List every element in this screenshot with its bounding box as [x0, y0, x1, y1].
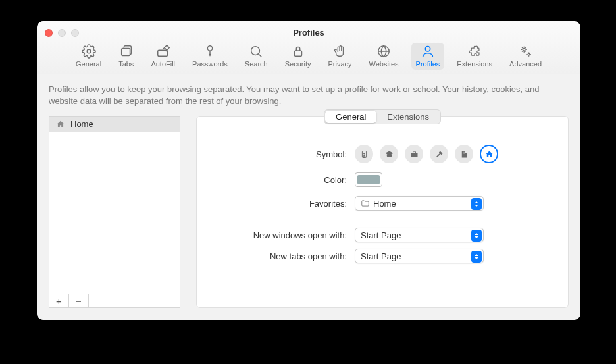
window-controls	[45, 29, 79, 37]
briefcase-icon	[409, 149, 419, 159]
new-windows-value: Start Page	[361, 230, 401, 240]
toolbar-label: Profiles	[416, 60, 440, 68]
gear-icon	[82, 44, 96, 59]
svg-rect-12	[411, 153, 417, 157]
tab-extensions[interactable]: Extensions	[376, 111, 440, 123]
toolbar-label: Extensions	[457, 60, 492, 68]
symbol-building[interactable]	[455, 145, 473, 163]
toolbar-tabs[interactable]: Tabs	[114, 43, 138, 70]
description-text: Profiles allow you to keep your browsing…	[49, 84, 569, 107]
remove-profile-button[interactable]: −	[69, 294, 89, 307]
key-icon	[203, 44, 217, 59]
toolbar-label: Search	[245, 60, 268, 68]
content-area: Profiles allow you to keep your browsing…	[37, 74, 580, 320]
gears-icon	[519, 44, 533, 59]
toolbar-profiles[interactable]: Profiles	[411, 43, 445, 70]
symbol-house[interactable]	[480, 145, 498, 163]
stepper-icon	[471, 198, 482, 210]
new-tabs-value: Start Page	[361, 251, 401, 261]
close-window-button[interactable]	[45, 29, 53, 37]
add-profile-button[interactable]: +	[49, 294, 69, 307]
new-tabs-select[interactable]: Start Page	[355, 249, 484, 263]
svg-point-3	[207, 46, 212, 51]
hand-icon	[333, 44, 347, 59]
toolbar-label: Privacy	[328, 60, 351, 68]
toolbar-passwords[interactable]: Passwords	[188, 43, 232, 70]
preferences-toolbar: General Tabs AutoFill Passwords Search S…	[37, 43, 580, 70]
new-windows-label: New windows open with:	[209, 230, 355, 240]
svg-point-4	[251, 47, 260, 55]
hammer-icon	[434, 149, 444, 159]
svg-rect-15	[463, 151, 463, 152]
symbol-picker	[355, 145, 498, 163]
svg-point-8	[523, 48, 525, 51]
svg-rect-1	[121, 48, 130, 55]
profile-row-home[interactable]: Home	[49, 117, 180, 132]
id-card-icon	[359, 149, 369, 159]
symbol-id-card[interactable]	[355, 145, 373, 163]
tab-general[interactable]: General	[325, 111, 376, 123]
profiles-list-footer: + −	[49, 294, 180, 307]
favorites-select[interactable]: Home	[355, 196, 484, 211]
toolbar-label: Websites	[369, 60, 399, 68]
symbol-graduation[interactable]	[380, 145, 398, 163]
titlebar: Profiles General Tabs AutoFill Passwords…	[37, 21, 580, 74]
building-icon	[459, 149, 469, 159]
toolbar-label: Tabs	[118, 60, 134, 68]
person-icon	[421, 44, 435, 59]
toolbar-label: AutoFill	[151, 60, 175, 68]
pane-tabs: General Extensions	[209, 109, 556, 124]
preferences-window: Profiles General Tabs AutoFill Passwords…	[37, 21, 580, 320]
toolbar-privacy[interactable]: Privacy	[323, 43, 356, 70]
tabs-icon	[119, 44, 134, 59]
new-tabs-label: New tabs open with:	[209, 251, 355, 261]
toolbar-autofill[interactable]: AutoFill	[146, 43, 180, 70]
graduation-icon	[384, 149, 394, 159]
window-title: Profiles	[37, 21, 580, 38]
toolbar-security[interactable]: Security	[280, 43, 316, 70]
color-well[interactable]	[355, 172, 382, 187]
favorites-value: Home	[373, 199, 396, 209]
svg-rect-18	[463, 153, 464, 153]
color-label: Color:	[209, 175, 355, 185]
new-windows-select[interactable]: Start Page	[355, 228, 484, 242]
symbol-briefcase[interactable]	[405, 145, 423, 163]
svg-point-9	[528, 53, 530, 55]
globe-icon	[376, 44, 391, 59]
favorites-label: Favorites:	[209, 199, 355, 209]
toolbar-label: General	[76, 60, 101, 68]
svg-rect-5	[294, 51, 301, 56]
color-swatch	[357, 175, 380, 184]
folder-icon	[361, 199, 370, 208]
symbol-hammer[interactable]	[430, 145, 448, 163]
lock-icon	[291, 44, 305, 59]
search-icon	[249, 44, 263, 59]
toolbar-search[interactable]: Search	[240, 43, 272, 70]
house-icon	[484, 149, 494, 159]
toolbar-advanced[interactable]: Advanced	[505, 43, 546, 70]
profile-name: Home	[70, 119, 93, 129]
toolbar-label: Security	[285, 60, 311, 68]
profiles-list: Home + −	[49, 116, 180, 308]
symbol-label: Symbol:	[209, 149, 355, 159]
house-icon	[56, 120, 65, 129]
svg-rect-16	[463, 151, 464, 152]
minimize-window-button[interactable]	[58, 29, 66, 37]
toolbar-general[interactable]: General	[71, 43, 106, 70]
toolbar-websites[interactable]: Websites	[365, 43, 403, 70]
profile-settings-pane: General Extensions Symbol:	[196, 116, 569, 308]
zoom-window-button[interactable]	[71, 29, 79, 37]
puzzle-icon	[467, 44, 482, 59]
pencil-box-icon	[156, 44, 170, 59]
stepper-icon	[471, 230, 482, 242]
toolbar-extensions[interactable]: Extensions	[452, 43, 497, 70]
stepper-icon	[471, 251, 482, 263]
svg-rect-17	[463, 153, 463, 153]
svg-point-0	[87, 49, 91, 53]
toolbar-label: Passwords	[192, 60, 228, 68]
svg-point-7	[425, 47, 430, 51]
toolbar-label: Advanced	[509, 60, 542, 68]
svg-rect-14	[465, 153, 467, 157]
svg-point-11	[363, 153, 365, 155]
